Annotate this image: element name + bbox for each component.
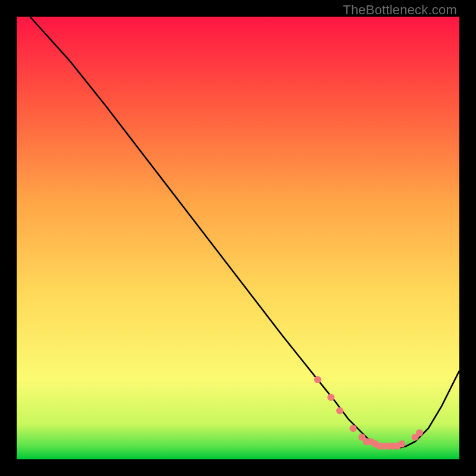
highlight-marker — [349, 425, 356, 432]
bottleneck-chart — [17, 17, 459, 459]
watermark-text: TheBottleneck.com — [343, 2, 457, 18]
highlight-marker — [336, 407, 343, 414]
highlight-marker — [416, 429, 423, 436]
highlight-marker — [314, 376, 321, 383]
highlight-marker — [398, 440, 405, 447]
chart-frame — [17, 17, 459, 459]
highlight-marker — [327, 394, 334, 401]
gradient-background — [17, 17, 459, 459]
